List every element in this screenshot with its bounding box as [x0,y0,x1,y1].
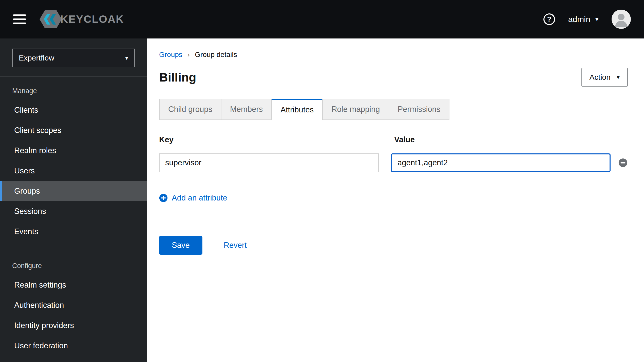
sidebar: Expertflow ▾ Manage Clients Client scope… [0,38,147,362]
username-label: admin [568,15,590,24]
help-icon: ? [547,15,551,23]
sidebar-item-sessions[interactable]: Sessions [0,201,147,222]
value-column-header: Value [394,135,617,144]
main-content: Groups › Group details Billing Action ▾ … [147,38,644,362]
attribute-value-input[interactable] [391,153,611,172]
sidebar-item-user-federation[interactable]: User federation [0,336,147,356]
sidebar-item-users[interactable]: Users [0,161,147,181]
chevron-down-icon: ▾ [125,54,128,62]
burger-bar [13,14,26,16]
revert-button[interactable]: Revert [224,241,247,250]
plus-circle-icon [159,194,168,202]
sidebar-section-configure: Configure [0,242,147,275]
action-dropdown-button[interactable]: Action ▾ [581,68,628,87]
sidebar-item-identity-providers[interactable]: Identity providers [0,315,147,336]
breadcrumb-groups-link[interactable]: Groups [159,51,182,59]
sidebar-item-events[interactable]: Events [0,222,147,242]
title-row: Billing Action ▾ [159,68,628,87]
remove-attribute-button[interactable] [618,158,628,168]
burger-bar [13,18,26,20]
chevron-down-icon: ▾ [595,16,598,23]
user-avatar-icon [612,10,631,29]
sidebar-item-authentication[interactable]: Authentication [0,295,147,315]
tab-members[interactable]: Members [221,99,272,120]
brand-text: KEYCLOAK [60,13,124,25]
burger-bar [13,23,26,24]
realm-selector-wrap: Expertflow ▾ [0,38,147,77]
user-menu[interactable]: admin ▾ [568,15,598,24]
masthead: KEYCLOAK ? admin ▾ [0,0,644,38]
add-attribute-link[interactable]: Add an attribute [159,193,227,203]
form-actions: Save Revert [159,236,628,255]
avatar[interactable] [612,10,631,29]
breadcrumb-current: Group details [195,51,237,59]
keycloak-logo: KEYCLOAK [39,10,124,29]
tab-permissions[interactable]: Permissions [389,99,450,120]
chevron-down-icon: ▾ [617,74,620,81]
add-attribute-label: Add an attribute [172,193,227,203]
masthead-right: ? admin ▾ [543,10,631,29]
tab-attributes[interactable]: Attributes [271,99,323,120]
sidebar-item-realm-settings[interactable]: Realm settings [0,275,147,295]
sidebar-toggle-button[interactable] [13,14,26,24]
realm-selector[interactable]: Expertflow ▾ [12,49,135,67]
minus-circle-icon [618,158,628,168]
breadcrumb-separator-icon: › [187,51,190,59]
body: Expertflow ▾ Manage Clients Client scope… [0,38,644,362]
key-column-header: Key [159,135,382,144]
help-button[interactable]: ? [543,13,555,25]
realm-name: Expertflow [19,54,54,62]
tab-role-mapping[interactable]: Role mapping [322,99,389,120]
breadcrumb: Groups › Group details [159,47,628,59]
sidebar-section-manage: Manage [0,77,147,100]
tab-bar: Child groups Members Attributes Role map… [159,99,628,120]
attribute-key-input[interactable] [159,153,379,172]
attribute-table-headers: Key Value [159,135,628,144]
sidebar-item-realm-roles[interactable]: Realm roles [0,140,147,161]
page-title: Billing [159,70,196,84]
keycloak-logo-icon [39,10,62,29]
attribute-row [159,153,628,172]
save-button[interactable]: Save [159,236,202,255]
action-label: Action [590,73,611,82]
keycloak-admin-console: KEYCLOAK ? admin ▾ Exper [0,0,644,362]
sidebar-item-clients[interactable]: Clients [0,100,147,120]
sidebar-item-client-scopes[interactable]: Client scopes [0,120,147,140]
tab-child-groups[interactable]: Child groups [159,99,221,120]
sidebar-item-groups[interactable]: Groups [0,181,147,201]
